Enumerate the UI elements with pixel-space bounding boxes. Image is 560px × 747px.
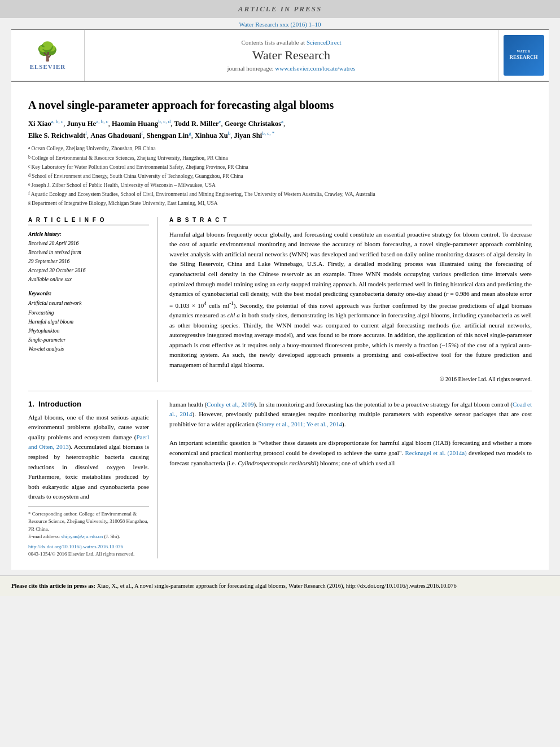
ref-recknagel: Recknagel et al. (2014a) (405, 449, 466, 456)
affiliation-a: a Ocean College, Zhejiang University, Zh… (28, 145, 532, 153)
journal-url-bar: Water Research xxx (2016) 1–10 (0, 18, 560, 29)
affiliation-c: c Key Laboratory for Water Pollution Con… (28, 163, 532, 172)
doi-line[interactable]: http://dx.doi.org/10.1016/j.watres.2016.… (28, 543, 149, 551)
corresponding-note: * Corresponding author. College of Envir… (28, 510, 149, 534)
journal-title: Water Research (252, 48, 330, 63)
intro-right-text-2: An important scientific question is "whe… (169, 438, 532, 468)
affil-e-text: Joseph J. Zilber School of Public Health… (32, 181, 216, 190)
sciencedirect-line: Contents lists available at ScienceDirec… (241, 39, 341, 46)
copyright-line: © 2016 Elsevier Ltd. All rights reserved… (169, 376, 532, 382)
homepage-label: journal homepage: (227, 65, 273, 72)
elsevier-name: ELSEVIER (30, 63, 66, 70)
keyword-single: Single-parameter (28, 335, 149, 344)
authors-line: Xi Xiaoa, b, c, Junyu Hea, b, c, Haomin … (28, 117, 532, 141)
keywords-section: Keywords: Artificial neural network Fore… (28, 291, 149, 353)
issn-line: 0043-1354/© 2016 Elsevier Ltd. All right… (28, 551, 149, 558)
author-shengpan-lin: Shengpan Lin (147, 132, 189, 139)
info-abstract-cols: A R T I C L E I N F O Article history: R… (28, 217, 532, 382)
journal-url-text: Water Research xxx (2016) 1–10 (239, 21, 321, 28)
intro-left-col: 1. Introduction Algal blooms, one of the… (28, 400, 158, 558)
affiliation-d: d School of Environment and Energy, Sout… (28, 172, 532, 181)
history-received: Received 20 April 2016 (28, 239, 149, 248)
email-note: (J. Shi). (104, 534, 120, 539)
introduction-section: 1. Introduction Algal blooms, one of the… (28, 400, 532, 558)
affil-a-text: Ocean College, Zhejiang University, Zhou… (32, 145, 156, 153)
email-label: E-mail address: (28, 534, 61, 539)
intro-section-number: 1. Introduction (28, 400, 149, 408)
water-research-logo-area: WATER RESEARCH (498, 30, 549, 81)
email-address[interactable]: shijiyan@zju.edu.cn (61, 534, 103, 539)
bottom-citation-bar: Please cite this article in press as: Xi… (0, 575, 560, 596)
elsevier-logo-area: 🌳 ELSEVIER (11, 30, 85, 81)
author-junyu-he: Junyu He (67, 120, 96, 128)
abstract-col: A B S T R A C T Harmful algal blooms fre… (169, 217, 532, 382)
keywords-list: Artificial neural network Forecasting Ha… (28, 299, 149, 353)
affil-b-text: College of Environmental & Resource Scie… (32, 154, 228, 163)
history-title: Article history: (28, 230, 149, 239)
abstract-header: A B S T R A C T (169, 217, 532, 225)
history-revised-label: Received in revised form (28, 248, 149, 257)
ref-storey: Storey et al., 2011; Ye et al., 2014 (258, 421, 342, 427)
article-in-press-label: ARTICLE IN PRESS (238, 5, 322, 13)
article-in-press-bar: ARTICLE IN PRESS (0, 0, 560, 18)
affil-g-text: Department of Integrative Biology, Michi… (32, 199, 218, 208)
author-todd-miller: Todd R. Miller (174, 120, 218, 128)
author-xi-xiao: Xi Xiao (28, 120, 51, 128)
article-history: Article history: Received 20 April 2016 … (28, 230, 149, 285)
author-anas-ghadouani: Anas Ghadouani (90, 132, 141, 139)
citation-text: Xiao, X., et al., A novel single-paramet… (97, 583, 457, 589)
author-xinhua-xu: Xinhua Xu (195, 132, 228, 139)
article-info-col: A R T I C L E I N F O Article history: R… (28, 217, 158, 382)
history-accepted: Accepted 30 October 2016 (28, 266, 149, 275)
keyword-wavelet: Wavelet analysis (28, 344, 149, 353)
wr-badge-line1: WATER (517, 50, 530, 54)
author-elke-reichwaldt: Elke S. Reichwaldt (28, 132, 85, 139)
keyword-hab: Harmful algal bloom (28, 317, 149, 326)
ref-conley: Conley et al., 2009 (207, 401, 254, 408)
wr-badge-line2: RESEARCH (509, 54, 537, 61)
affiliations: a Ocean College, Zhejiang University, Zh… (28, 145, 532, 208)
keywords-title: Keywords: (28, 291, 149, 296)
article-info-header: A R T I C L E I N F O (28, 217, 149, 225)
keyword-forecasting: Forecasting (28, 308, 149, 317)
history-revised-date: 29 September 2016 (28, 257, 149, 266)
keyword-ann: Artificial neural network (28, 299, 149, 308)
water-research-badge: WATER RESEARCH (504, 35, 544, 76)
affiliation-e: e Joseph J. Zilber School of Public Heal… (28, 181, 532, 190)
intro-right-text-1: human health (Conley et al., 2009). In s… (169, 400, 532, 430)
affil-c-text: Key Laboratory for Water Pollution Contr… (32, 163, 248, 172)
history-online: Available online xxx (28, 275, 149, 284)
footnote-area: * Corresponding author. College of Envir… (28, 506, 149, 558)
ref-paerl: Paerl and Otten, 2013 (28, 434, 149, 451)
journal-header: 🌳 ELSEVIER Contents lists available at S… (11, 29, 549, 82)
journal-homepage: journal homepage: www.elsevier.com/locat… (227, 65, 355, 72)
affiliation-f: f Aquatic Ecology and Ecosystem Studies,… (28, 190, 532, 199)
article-title: A novel single-parameter approach for fo… (28, 99, 532, 112)
author-haomin-huang: Haomin Huang (112, 120, 158, 128)
intro-right-col: human health (Conley et al., 2009). In s… (169, 400, 532, 558)
affiliation-b: b College of Environmental & Resource Sc… (28, 154, 532, 163)
homepage-link[interactable]: www.elsevier.com/locate/watres (275, 65, 355, 72)
author-george-christakos: George Christakos (225, 120, 281, 128)
main-content: A novel single-parameter approach for fo… (11, 82, 549, 570)
abstract-text: Harmful algal blooms frequently occur gl… (169, 230, 532, 370)
affil-f-text: Aquatic Ecology and Ecosystem Studies, S… (31, 190, 375, 199)
author-jiyan-shi: Jiyan Shi (234, 132, 262, 139)
please-cite-label: Please cite this article in press as: (11, 583, 97, 589)
journal-title-area: Contents lists available at ScienceDirec… (85, 30, 498, 81)
sciencedirect-prefix: Contents lists available at (241, 39, 305, 46)
email-line: E-mail address: shijiyan@zju.edu.cn (J. … (28, 533, 149, 541)
elsevier-logo: 🌳 ELSEVIER (30, 41, 66, 70)
sciencedirect-link[interactable]: ScienceDirect (307, 39, 342, 46)
affiliation-g: g Department of Integrative Biology, Mic… (28, 199, 532, 208)
keyword-phyto: Phytoplankton (28, 326, 149, 335)
intro-left-text: Algal blooms, one of the most serious aq… (28, 413, 149, 502)
section-divider (28, 391, 532, 391)
elsevier-tree-icon: 🌳 (36, 41, 59, 62)
affil-d-text: School of Environment and Energy, South … (32, 172, 243, 181)
